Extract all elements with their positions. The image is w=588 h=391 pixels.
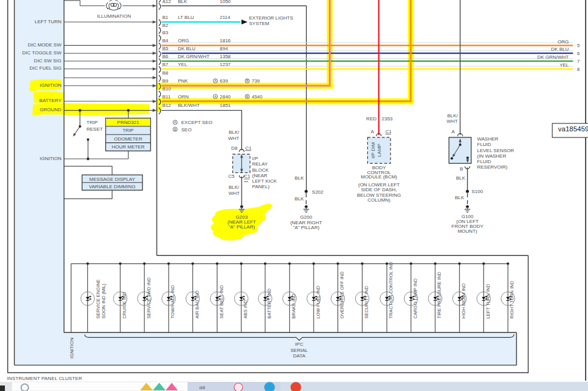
svg-text:SERVICE 4WD IND: SERVICE 4WD IND: [146, 277, 152, 319]
svg-text:IPC: IPC: [295, 342, 304, 347]
svg-text:ddl: ddl: [199, 386, 205, 390]
svg-text:BLK: BLK: [455, 195, 465, 200]
svg-text:SOON IND (MIL): SOON IND (MIL): [101, 283, 106, 319]
svg-text:YEL: YEL: [559, 62, 569, 68]
svg-text:DIC SW SIG: DIC SW SIG: [34, 58, 62, 64]
svg-text:B2: B2: [163, 23, 169, 28]
svg-text:6: 6: [577, 51, 580, 56]
svg-text:B3: B3: [163, 30, 169, 35]
svg-text:SECURITY IND: SECURITY IND: [364, 286, 369, 319]
svg-text:HOUR METER: HOUR METER: [112, 144, 145, 150]
svg-text:PNK: PNK: [178, 78, 188, 84]
svg-text:VARIABLE DIMMING: VARIABLE DIMMING: [89, 184, 135, 189]
svg-text:A: A: [214, 95, 216, 98]
svg-text:CRUISE IND: CRUISE IND: [122, 291, 127, 318]
svg-text:LT BLU: LT BLU: [178, 15, 194, 20]
svg-text:IGNITION: IGNITION: [40, 82, 62, 88]
svg-text:B: B: [246, 79, 249, 82]
svg-text:B11: B11: [163, 94, 171, 100]
svg-text:A: A: [174, 120, 177, 124]
svg-text:B12: B12: [163, 103, 172, 108]
svg-text:DIC MODE SW: DIC MODE SW: [28, 42, 62, 48]
svg-text:SERVICE ENGINE: SERVICE ENGINE: [95, 279, 101, 318]
svg-text:BLK: BLK: [295, 175, 304, 181]
svg-text:ABS IND: ABS IND: [243, 300, 248, 319]
svg-text:RESET: RESET: [87, 126, 103, 132]
svg-text:1851: 1851: [220, 103, 231, 108]
svg-text:DK GRN/WHT: DK GRN/WHT: [537, 54, 569, 60]
svg-text:DK BLU: DK BLU: [551, 46, 569, 52]
svg-text:I/P: I/P: [252, 156, 259, 161]
svg-text:ODOMETER: ODOMETER: [114, 136, 142, 142]
svg-text:LEVEL SENSOR: LEVEL SENSOR: [477, 148, 515, 153]
svg-text:8: 8: [577, 67, 580, 72]
svg-text:I/P DIM: I/P DIM: [371, 142, 377, 159]
svg-text:LOW FUEL IND: LOW FUEL IND: [315, 285, 321, 318]
svg-text:1050: 1050: [220, 0, 231, 4]
svg-text:WASHER: WASHER: [477, 136, 499, 142]
svg-text:EXTERIOR LIGHTS: EXTERIOR LIGHTS: [249, 15, 293, 21]
svg-text:BLK/: BLK/: [229, 185, 240, 190]
svg-text:4540: 4540: [252, 94, 263, 100]
svg-text:WHT: WHT: [447, 119, 458, 124]
svg-text:739: 739: [252, 78, 260, 84]
svg-text:INSTRUMENT PANEL CLUSTER: INSTRUMENT PANEL CLUSTER: [7, 376, 83, 381]
svg-text:MOUNT): MOUNT): [458, 228, 477, 234]
svg-text:SEO: SEO: [182, 127, 192, 133]
svg-text:BATTERY: BATTERY: [39, 98, 62, 103]
svg-text:TIRE PRESSURE IND: TIRE PRESSURE IND: [436, 272, 442, 319]
svg-text:HIGH BEAM IND: HIGH BEAM IND: [461, 283, 466, 318]
svg-text:DIC FUEL SIG: DIC FUEL SIG: [29, 65, 61, 71]
svg-text:TRIP: TRIP: [122, 128, 133, 133]
svg-text:2114: 2114: [220, 15, 231, 20]
svg-text:2353: 2353: [382, 116, 393, 122]
svg-text:MESSAGE DISPLAY: MESSAGE DISPLAY: [89, 177, 136, 182]
svg-text:LEFT TURN: LEFT TURN: [35, 19, 62, 24]
svg-text:B9: B9: [163, 78, 169, 84]
svg-text:TRIP: TRIP: [87, 120, 98, 125]
svg-text:BATTERY IND: BATTERY IND: [266, 288, 272, 319]
svg-text:C1: C1: [386, 129, 392, 134]
svg-text:ORG: ORG: [557, 39, 568, 45]
svg-text:RIGHT TURN IND: RIGHT TURN IND: [509, 280, 515, 318]
svg-text:COLUMN): COLUMN): [367, 197, 391, 203]
svg-text:PANEL): PANEL): [252, 184, 270, 189]
svg-text:FLUID: FLUID: [477, 159, 491, 164]
svg-text:SEAT BELT IND: SEAT BELT IND: [219, 285, 224, 318]
svg-text:C1: C1: [244, 174, 251, 179]
svg-text:TOW/HAUL IND: TOW/HAUL IND: [170, 285, 175, 318]
svg-text:BLK: BLK: [456, 175, 466, 181]
svg-text:A: A: [452, 129, 455, 134]
svg-text:WHT: WHT: [229, 191, 240, 196]
svg-text:BLK: BLK: [295, 196, 304, 202]
svg-text:BLK/: BLK/: [229, 130, 240, 135]
svg-text:OVERDRIVE OFF IND: OVERDRIVE OFF IND: [339, 271, 345, 319]
svg-text:S202: S202: [312, 189, 323, 195]
svg-text:IGNITION: IGNITION: [40, 156, 62, 161]
svg-text:LEFT TURN IND: LEFT TURN IND: [485, 283, 491, 318]
svg-text:D8: D8: [231, 145, 238, 151]
svg-text:MODULE (BCM): MODULE (BCM): [361, 174, 397, 180]
svg-text:FLUID: FLUID: [477, 142, 491, 147]
svg-text:5: 5: [577, 43, 580, 48]
svg-text:BLK: BLK: [178, 0, 188, 4]
svg-text:TRACTION CONTROL IND: TRACTION CONTROL IND: [388, 261, 394, 318]
svg-text:B: B: [460, 166, 463, 172]
svg-text:SYSTEM: SYSTEM: [249, 21, 270, 26]
svg-text:DIC TOGGLE SW: DIC TOGGLE SW: [22, 50, 62, 56]
svg-text:(IN WASHER: (IN WASHER: [477, 153, 507, 159]
svg-text:WHT: WHT: [228, 136, 239, 141]
svg-text:"A" PILLAR): "A" PILLAR): [229, 224, 255, 230]
svg-text:B: B: [246, 95, 249, 98]
svg-text:BRAKE IND: BRAKE IND: [291, 293, 296, 318]
svg-text:BLOCK: BLOCK: [252, 167, 270, 173]
svg-text:B10: B10: [163, 86, 172, 92]
svg-text:RED: RED: [366, 116, 377, 122]
svg-text:RELAY: RELAY: [252, 161, 268, 167]
svg-text:AIR BAG IND: AIR BAG IND: [194, 290, 200, 319]
svg-text:IGNITION: IGNITION: [69, 337, 75, 359]
svg-text:B: B: [174, 128, 177, 131]
svg-text:ORN: ORN: [178, 94, 189, 100]
svg-text:PRND321: PRND321: [117, 120, 140, 125]
svg-text:va185459: va185459: [558, 125, 588, 133]
